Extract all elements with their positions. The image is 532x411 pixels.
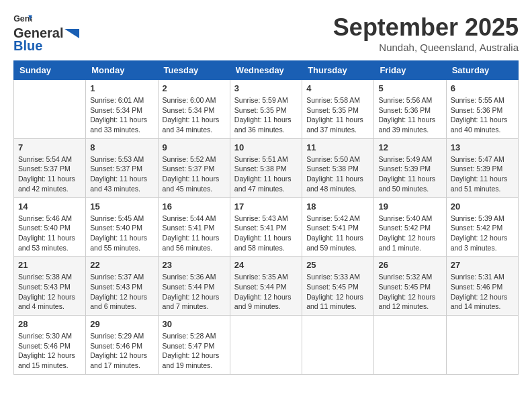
location: Nundah, Queensland, Australia bbox=[333, 42, 519, 53]
month-title: September 2025 bbox=[333, 13, 519, 42]
day-number: 12 bbox=[378, 142, 441, 152]
day-info: Sunrise: 5:44 AM Sunset: 5:41 PM Dayligh… bbox=[163, 214, 226, 253]
day-number: 27 bbox=[451, 260, 514, 270]
day-info: Sunrise: 5:38 AM Sunset: 5:43 PM Dayligh… bbox=[18, 272, 81, 312]
calendar-cell: 10Sunrise: 5:51 AM Sunset: 5:38 PM Dayli… bbox=[230, 138, 302, 197]
weekday-header-tuesday: Tuesday bbox=[158, 61, 230, 80]
day-info: Sunrise: 5:47 AM Sunset: 5:39 PM Dayligh… bbox=[451, 154, 514, 194]
day-info: Sunrise: 5:28 AM Sunset: 5:47 PM Dayligh… bbox=[163, 331, 226, 371]
day-number: 16 bbox=[163, 201, 226, 212]
day-number: 30 bbox=[163, 319, 226, 329]
day-info: Sunrise: 5:32 AM Sunset: 5:45 PM Dayligh… bbox=[378, 272, 441, 312]
calendar-cell: 14Sunrise: 5:46 AM Sunset: 5:40 PM Dayli… bbox=[14, 197, 86, 257]
calendar-cell: 29Sunrise: 5:29 AM Sunset: 5:46 PM Dayli… bbox=[86, 316, 158, 375]
day-number: 8 bbox=[90, 142, 153, 152]
day-info: Sunrise: 5:30 AM Sunset: 5:46 PM Dayligh… bbox=[18, 331, 81, 371]
day-number: 18 bbox=[306, 201, 369, 212]
calendar-cell: 26Sunrise: 5:32 AM Sunset: 5:45 PM Dayli… bbox=[374, 257, 446, 316]
logo-icon: General bbox=[13, 13, 32, 26]
calendar-cell: 5Sunrise: 5:56 AM Sunset: 5:36 PM Daylig… bbox=[374, 80, 446, 139]
calendar-week-row: 1Sunrise: 6:01 AM Sunset: 5:34 PM Daylig… bbox=[14, 80, 519, 139]
day-info: Sunrise: 5:49 AM Sunset: 5:39 PM Dayligh… bbox=[378, 154, 441, 194]
weekday-header-wednesday: Wednesday bbox=[230, 61, 302, 80]
calendar-cell: 11Sunrise: 5:50 AM Sunset: 5:38 PM Dayli… bbox=[302, 138, 374, 197]
svg-marker-2 bbox=[64, 29, 79, 38]
calendar-cell: 22Sunrise: 5:37 AM Sunset: 5:43 PM Dayli… bbox=[86, 257, 158, 316]
day-number: 28 bbox=[18, 319, 81, 329]
calendar-cell bbox=[230, 316, 302, 375]
weekday-header-monday: Monday bbox=[86, 61, 158, 80]
day-number: 17 bbox=[234, 201, 298, 212]
calendar-cell: 2Sunrise: 6:00 AM Sunset: 5:34 PM Daylig… bbox=[158, 80, 230, 139]
day-info: Sunrise: 5:36 AM Sunset: 5:44 PM Dayligh… bbox=[163, 272, 226, 312]
day-info: Sunrise: 5:51 AM Sunset: 5:38 PM Dayligh… bbox=[234, 154, 298, 194]
calendar-cell: 19Sunrise: 5:40 AM Sunset: 5:42 PM Dayli… bbox=[374, 197, 446, 257]
day-number: 26 bbox=[378, 260, 441, 270]
calendar-cell: 6Sunrise: 5:55 AM Sunset: 5:36 PM Daylig… bbox=[446, 80, 518, 139]
weekday-header-row: SundayMondayTuesdayWednesdayThursdayFrid… bbox=[14, 61, 519, 80]
day-info: Sunrise: 5:58 AM Sunset: 5:35 PM Dayligh… bbox=[306, 95, 369, 135]
calendar-cell: 9Sunrise: 5:52 AM Sunset: 5:37 PM Daylig… bbox=[158, 138, 230, 197]
title-section: September 2025 Nundah, Queensland, Austr… bbox=[333, 13, 519, 53]
calendar-cell bbox=[374, 316, 446, 375]
weekday-header-thursday: Thursday bbox=[302, 61, 374, 80]
day-number: 9 bbox=[163, 142, 226, 152]
day-number: 22 bbox=[90, 260, 153, 270]
day-info: Sunrise: 5:50 AM Sunset: 5:38 PM Dayligh… bbox=[306, 154, 369, 194]
calendar-week-row: 21Sunrise: 5:38 AM Sunset: 5:43 PM Dayli… bbox=[14, 257, 519, 316]
day-number: 21 bbox=[18, 260, 81, 270]
day-info: Sunrise: 5:35 AM Sunset: 5:44 PM Dayligh… bbox=[234, 272, 298, 312]
calendar-cell bbox=[14, 80, 86, 139]
day-info: Sunrise: 5:46 AM Sunset: 5:40 PM Dayligh… bbox=[18, 214, 81, 253]
day-number: 19 bbox=[378, 201, 441, 212]
day-number: 6 bbox=[451, 83, 514, 93]
day-number: 25 bbox=[306, 260, 369, 270]
day-number: 15 bbox=[90, 201, 153, 212]
day-number: 11 bbox=[306, 142, 369, 152]
day-info: Sunrise: 5:45 AM Sunset: 5:40 PM Dayligh… bbox=[90, 214, 153, 253]
day-number: 7 bbox=[18, 142, 81, 152]
logo-flag-icon bbox=[64, 29, 79, 38]
calendar-cell bbox=[302, 316, 374, 375]
day-number: 24 bbox=[234, 260, 298, 270]
day-info: Sunrise: 6:01 AM Sunset: 5:34 PM Dayligh… bbox=[90, 95, 153, 135]
day-number: 5 bbox=[378, 83, 441, 93]
day-info: Sunrise: 5:33 AM Sunset: 5:45 PM Dayligh… bbox=[306, 272, 369, 312]
calendar-cell: 13Sunrise: 5:47 AM Sunset: 5:39 PM Dayli… bbox=[446, 138, 518, 197]
calendar-cell: 12Sunrise: 5:49 AM Sunset: 5:39 PM Dayli… bbox=[374, 138, 446, 197]
calendar-cell: 24Sunrise: 5:35 AM Sunset: 5:44 PM Dayli… bbox=[230, 257, 302, 316]
day-info: Sunrise: 5:59 AM Sunset: 5:35 PM Dayligh… bbox=[234, 95, 298, 135]
day-info: Sunrise: 5:56 AM Sunset: 5:36 PM Dayligh… bbox=[378, 95, 441, 135]
day-info: Sunrise: 5:53 AM Sunset: 5:37 PM Dayligh… bbox=[90, 154, 153, 194]
weekday-header-friday: Friday bbox=[374, 61, 446, 80]
weekday-header-sunday: Sunday bbox=[14, 61, 86, 80]
calendar-cell: 28Sunrise: 5:30 AM Sunset: 5:46 PM Dayli… bbox=[14, 316, 86, 375]
weekday-header-saturday: Saturday bbox=[446, 61, 518, 80]
day-info: Sunrise: 5:37 AM Sunset: 5:43 PM Dayligh… bbox=[90, 272, 153, 312]
day-number: 20 bbox=[451, 201, 514, 212]
day-number: 10 bbox=[234, 142, 298, 152]
logo: General General Blue bbox=[13, 13, 79, 54]
day-info: Sunrise: 5:54 AM Sunset: 5:37 PM Dayligh… bbox=[18, 154, 81, 194]
day-number: 2 bbox=[163, 83, 226, 93]
calendar-cell: 20Sunrise: 5:39 AM Sunset: 5:42 PM Dayli… bbox=[446, 197, 518, 257]
calendar-cell: 1Sunrise: 6:01 AM Sunset: 5:34 PM Daylig… bbox=[86, 80, 158, 139]
day-number: 29 bbox=[90, 319, 153, 329]
day-number: 14 bbox=[18, 201, 81, 212]
calendar-cell: 23Sunrise: 5:36 AM Sunset: 5:44 PM Dayli… bbox=[158, 257, 230, 316]
day-number: 1 bbox=[90, 83, 153, 93]
calendar-week-row: 28Sunrise: 5:30 AM Sunset: 5:46 PM Dayli… bbox=[14, 316, 519, 375]
calendar-cell: 4Sunrise: 5:58 AM Sunset: 5:35 PM Daylig… bbox=[302, 80, 374, 139]
calendar-cell: 27Sunrise: 5:31 AM Sunset: 5:46 PM Dayli… bbox=[446, 257, 518, 316]
page-header: General General Blue September 2025 Nund… bbox=[13, 13, 519, 54]
calendar-cell: 3Sunrise: 5:59 AM Sunset: 5:35 PM Daylig… bbox=[230, 80, 302, 139]
logo-blue: Blue bbox=[13, 38, 42, 54]
calendar-week-row: 14Sunrise: 5:46 AM Sunset: 5:40 PM Dayli… bbox=[14, 197, 519, 257]
calendar-cell: 8Sunrise: 5:53 AM Sunset: 5:37 PM Daylig… bbox=[86, 138, 158, 197]
calendar-cell: 18Sunrise: 5:42 AM Sunset: 5:41 PM Dayli… bbox=[302, 197, 374, 257]
day-number: 4 bbox=[306, 83, 369, 93]
day-number: 3 bbox=[234, 83, 298, 93]
day-number: 23 bbox=[163, 260, 226, 270]
day-info: Sunrise: 5:43 AM Sunset: 5:41 PM Dayligh… bbox=[234, 214, 298, 253]
calendar-cell: 16Sunrise: 5:44 AM Sunset: 5:41 PM Dayli… bbox=[158, 197, 230, 257]
